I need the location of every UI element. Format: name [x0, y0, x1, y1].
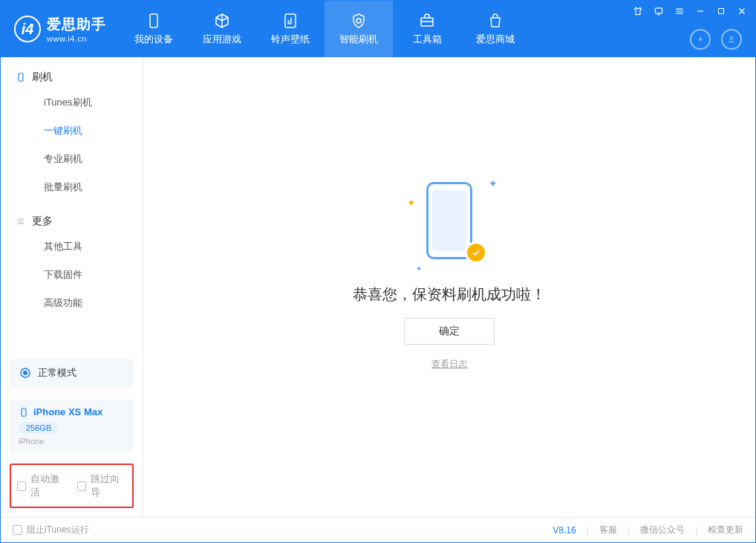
svg-rect-3 [655, 8, 662, 13]
device-icon [145, 12, 163, 30]
tab-apps-games[interactable]: 应用游戏 [188, 1, 256, 57]
close-button[interactable] [736, 5, 748, 17]
svg-rect-4 [719, 9, 724, 14]
sparkle-icon: ✦ [407, 197, 416, 209]
checkbox-block-itunes[interactable]: 阻止iTunes运行 [13, 524, 89, 536]
header-actions [690, 29, 742, 50]
shirt-icon[interactable] [632, 5, 644, 17]
body: 刷机 iTunes刷机 一键刷机 专业刷机 批量刷机 更多 其他工具 下载固件 … [1, 57, 755, 517]
tab-store[interactable]: 爱思商城 [461, 1, 529, 57]
device-type: iPhone [19, 437, 125, 446]
bag-icon [486, 12, 504, 30]
checkbox-skip-guide[interactable]: 跳过向导 [77, 472, 127, 499]
svg-point-8 [24, 371, 27, 375]
checkbox-icon [17, 481, 26, 491]
sidebar-item-other-tools[interactable]: 其他工具 [1, 233, 143, 261]
footer-check-update-link[interactable]: 检查更新 [708, 524, 743, 536]
sparkle-icon: ✦ [416, 264, 422, 273]
refresh-shield-icon [350, 12, 368, 30]
toolbox-icon [418, 12, 436, 30]
minimize-button[interactable] [694, 5, 706, 17]
footer-support-link[interactable]: 客服 [599, 524, 617, 536]
svg-rect-0 [150, 14, 157, 27]
mode-icon [19, 366, 32, 380]
download-button[interactable] [690, 29, 711, 50]
account-button[interactable] [721, 29, 742, 50]
footer-wechat-link[interactable]: 微信公众号 [640, 524, 685, 536]
svg-rect-1 [285, 14, 296, 27]
sidebar-item-advanced[interactable]: 高级功能 [1, 289, 143, 317]
device-small-icon [19, 407, 29, 417]
checkbox-auto-activate[interactable]: 自动激活 [17, 472, 67, 499]
sidebar-section-more: 更多 [1, 215, 143, 233]
ok-button[interactable]: 确定 [404, 318, 495, 345]
cube-icon [213, 12, 231, 30]
tab-my-device[interactable]: 我的设备 [120, 1, 188, 57]
app-url: www.i4.cn [47, 34, 106, 43]
sidebar: 刷机 iTunes刷机 一键刷机 专业刷机 批量刷机 更多 其他工具 下载固件 … [1, 57, 143, 517]
logo-badge-icon: i4 [14, 16, 41, 42]
sidebar-item-pro-flash[interactable]: 专业刷机 [1, 145, 143, 173]
sidebar-item-onekey-flash[interactable]: 一键刷机 [1, 117, 143, 145]
sidebar-item-itunes-flash[interactable]: iTunes刷机 [1, 88, 143, 117]
main-content: ✦ ✦ ✦ 恭喜您，保资料刷机成功啦！ 确定 查看日志 [143, 57, 755, 517]
app-window: i4 爱思助手 www.i4.cn 我的设备 应用游戏 铃声壁纸 智能刷机 [0, 0, 756, 543]
version-label: V8.16 [553, 525, 576, 536]
svg-point-5 [730, 37, 733, 40]
svg-rect-9 [22, 408, 26, 416]
feedback-icon[interactable] [653, 5, 665, 17]
status-bar: 阻止iTunes运行 V8.16 | 客服 | 微信公众号 | 检查更新 [1, 517, 755, 542]
window-controls [632, 5, 748, 17]
music-file-icon [281, 12, 299, 30]
device-info[interactable]: iPhone XS Max 256GB iPhone [10, 399, 134, 453]
maximize-button[interactable] [715, 5, 727, 17]
device-storage-badge: 256GB [19, 422, 59, 434]
phone-icon [16, 72, 26, 82]
view-log-link[interactable]: 查看日志 [431, 358, 467, 371]
sidebar-item-download-firmware[interactable]: 下载固件 [1, 261, 143, 289]
checkbox-icon [13, 525, 22, 535]
checkbox-icon [77, 481, 86, 491]
tab-toolbox[interactable]: 工具箱 [393, 1, 461, 57]
sparkle-icon: ✦ [489, 178, 498, 189]
success-illustration: ✦ ✦ ✦ [408, 175, 490, 271]
svg-rect-6 [19, 74, 23, 82]
tab-ringtones-wallpapers[interactable]: 铃声壁纸 [256, 1, 325, 57]
list-icon [16, 216, 26, 227]
device-mode[interactable]: 正常模式 [10, 359, 134, 387]
sidebar-item-batch-flash[interactable]: 批量刷机 [1, 173, 143, 201]
success-check-icon [465, 241, 487, 264]
success-message: 恭喜您，保资料刷机成功啦！ [353, 284, 546, 305]
header: i4 爱思助手 www.i4.cn 我的设备 应用游戏 铃声壁纸 智能刷机 [1, 1, 755, 57]
flash-options-highlight: 自动激活 跳过向导 [10, 464, 134, 508]
menu-icon[interactable] [674, 5, 685, 17]
app-logo: i4 爱思助手 www.i4.cn [1, 1, 120, 57]
sidebar-section-flash: 刷机 [1, 71, 143, 88]
tab-smart-flash[interactable]: 智能刷机 [325, 1, 393, 57]
app-title: 爱思助手 [47, 15, 106, 34]
device-name: iPhone XS Max [33, 406, 102, 417]
nav-tabs: 我的设备 应用游戏 铃声壁纸 智能刷机 工具箱 爱思商城 [120, 1, 529, 57]
